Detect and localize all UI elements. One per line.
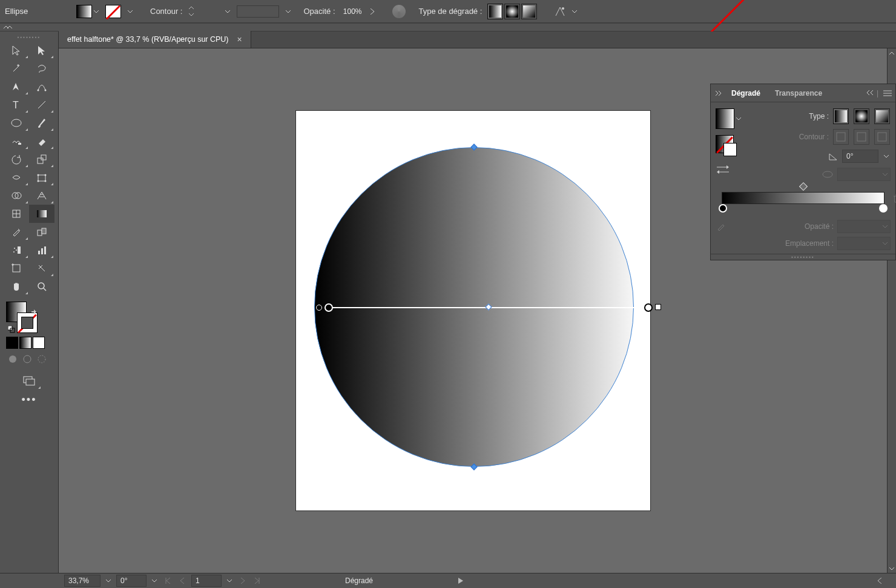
first-artboard-icon[interactable] bbox=[162, 575, 173, 586]
gradient-tool[interactable] bbox=[29, 205, 54, 223]
gradient-preview[interactable] bbox=[716, 108, 742, 129]
stroke-weight-field[interactable] bbox=[200, 5, 219, 18]
stroke-none-swatch[interactable] bbox=[105, 5, 121, 18]
anchor-top[interactable] bbox=[470, 144, 477, 150]
gradient-type-radial[interactable] bbox=[504, 4, 520, 19]
zoom-tool[interactable] bbox=[29, 277, 54, 296]
type-tool[interactable]: T bbox=[4, 96, 29, 114]
rotate-caret[interactable] bbox=[150, 574, 159, 587]
eraser-tool[interactable] bbox=[29, 132, 54, 150]
panel-tab-transparency[interactable]: Transparence bbox=[768, 85, 829, 101]
screen-mode[interactable] bbox=[16, 372, 42, 390]
panel-fill-stroke-toggle[interactable] bbox=[716, 135, 734, 153]
gradient-ramp[interactable] bbox=[722, 192, 884, 204]
color-mode-none[interactable] bbox=[33, 337, 45, 349]
perspective-grid-tool[interactable] bbox=[29, 187, 54, 205]
delete-stop-icon[interactable] bbox=[892, 194, 896, 203]
shaper-tool[interactable] bbox=[4, 132, 29, 150]
toolbox-grip[interactable]: ▪▪▪▪▪▪▪▪ bbox=[0, 34, 58, 40]
angle-caret[interactable] bbox=[882, 150, 891, 163]
free-transform-tool[interactable] bbox=[29, 168, 54, 187]
stroke-profile-caret[interactable] bbox=[284, 5, 292, 18]
pen-tool[interactable] bbox=[4, 78, 29, 96]
gradient-type-freeform[interactable] bbox=[521, 4, 537, 19]
stroke-apply-within[interactable] bbox=[833, 129, 849, 145]
opacity-field[interactable]: 100% bbox=[340, 5, 363, 18]
draw-behind[interactable] bbox=[21, 352, 34, 366]
ellipse-shape[interactable] bbox=[314, 147, 634, 467]
zoom-field[interactable]: 33,7% bbox=[64, 575, 100, 587]
artboard-nav-caret[interactable] bbox=[225, 574, 234, 587]
controlbar-expand-toggle[interactable] bbox=[0, 23, 896, 31]
zoom-caret[interactable] bbox=[104, 574, 113, 587]
panel-menu-icon[interactable] bbox=[880, 90, 895, 96]
transform-options-icon[interactable] bbox=[555, 6, 565, 17]
paintbrush-tool[interactable] bbox=[29, 114, 54, 132]
angle-field[interactable]: 0° bbox=[842, 150, 878, 163]
opacity-popup-caret[interactable] bbox=[369, 8, 375, 15]
default-fill-stroke-icon[interactable] bbox=[8, 326, 15, 333]
line-tool[interactable] bbox=[29, 96, 54, 114]
gradient-annotator[interactable] bbox=[329, 307, 648, 308]
selection-tool[interactable] bbox=[4, 41, 29, 59]
gradient-stop-right[interactable] bbox=[879, 204, 888, 213]
mesh-tool[interactable] bbox=[4, 205, 29, 223]
panel-minimize-icon[interactable] bbox=[862, 90, 875, 96]
last-artboard-icon[interactable] bbox=[252, 575, 263, 586]
hscroll-left-icon[interactable] bbox=[874, 575, 885, 586]
prev-artboard-icon[interactable] bbox=[177, 575, 188, 586]
shape-builder-tool[interactable] bbox=[4, 187, 29, 205]
hand-tool[interactable] bbox=[4, 277, 29, 296]
gradient-preset-caret[interactable] bbox=[734, 112, 742, 125]
rotate-view-field[interactable]: 0° bbox=[116, 575, 147, 587]
panel-collapse-icon[interactable] bbox=[713, 90, 724, 97]
panel-resize-grip[interactable]: ▪▪▪▪▪▪▪▪ bbox=[711, 254, 895, 260]
stroke-weight-caret[interactable] bbox=[223, 5, 232, 18]
color-mode-gradient[interactable] bbox=[19, 337, 31, 349]
stroke-apply-along[interactable] bbox=[854, 129, 869, 145]
fill-dropdown-caret[interactable] bbox=[92, 5, 100, 18]
gradient-end-square[interactable] bbox=[655, 304, 661, 310]
fill-stroke-indicator[interactable] bbox=[6, 302, 38, 333]
rotate-tool[interactable] bbox=[4, 150, 29, 168]
column-graph-tool[interactable] bbox=[29, 241, 54, 259]
next-artboard-icon[interactable] bbox=[237, 575, 248, 586]
panel-grad-freeform[interactable] bbox=[874, 108, 890, 124]
artboard-tool[interactable] bbox=[4, 259, 29, 277]
color-mode-solid[interactable] bbox=[6, 337, 18, 349]
reverse-gradient-icon[interactable] bbox=[716, 164, 730, 175]
gradient-origin-handle[interactable] bbox=[316, 305, 322, 311]
recolor-icon[interactable] bbox=[392, 5, 406, 18]
gradient-type-linear[interactable] bbox=[487, 4, 503, 19]
swap-fill-stroke-icon[interactable] bbox=[30, 309, 38, 316]
scroll-down-icon[interactable] bbox=[888, 564, 896, 573]
magic-wand-tool[interactable] bbox=[4, 59, 29, 78]
lasso-tool[interactable] bbox=[29, 59, 54, 78]
anchor-bottom[interactable] bbox=[470, 463, 477, 470]
scroll-up-icon[interactable] bbox=[888, 48, 896, 58]
gradient-stop-left[interactable] bbox=[719, 204, 727, 213]
gradient-mid-handle[interactable] bbox=[485, 303, 492, 310]
width-tool[interactable] bbox=[4, 168, 29, 187]
fill-control[interactable] bbox=[76, 5, 100, 18]
close-tab-icon[interactable]: × bbox=[237, 35, 242, 44]
slice-tool[interactable] bbox=[29, 259, 54, 277]
symbol-sprayer-tool[interactable] bbox=[4, 241, 29, 259]
panel-grad-radial[interactable] bbox=[854, 108, 869, 124]
scale-tool[interactable] bbox=[29, 150, 54, 168]
document-tab[interactable]: effet halftone* @ 33,7 % (RVB/Aperçu sur… bbox=[59, 31, 251, 48]
panel-grad-linear[interactable] bbox=[833, 108, 849, 124]
ellipse-tool[interactable] bbox=[4, 114, 29, 132]
transform-caret[interactable] bbox=[570, 5, 579, 18]
status-play-icon[interactable] bbox=[455, 575, 466, 586]
draw-inside[interactable] bbox=[35, 352, 48, 366]
panel-tab-gradient[interactable]: Dégradé bbox=[724, 85, 768, 101]
curvature-tool[interactable] bbox=[29, 78, 54, 96]
stroke-profile-field[interactable] bbox=[237, 5, 279, 18]
blend-tool[interactable] bbox=[29, 223, 54, 241]
stroke-weight-spinners[interactable] bbox=[187, 5, 196, 17]
draw-normal[interactable] bbox=[6, 352, 19, 366]
eyedropper-tool[interactable] bbox=[4, 223, 29, 241]
edit-toolbar[interactable]: ••• bbox=[16, 392, 42, 407]
artboard-nav-field[interactable]: 1 bbox=[191, 575, 222, 587]
